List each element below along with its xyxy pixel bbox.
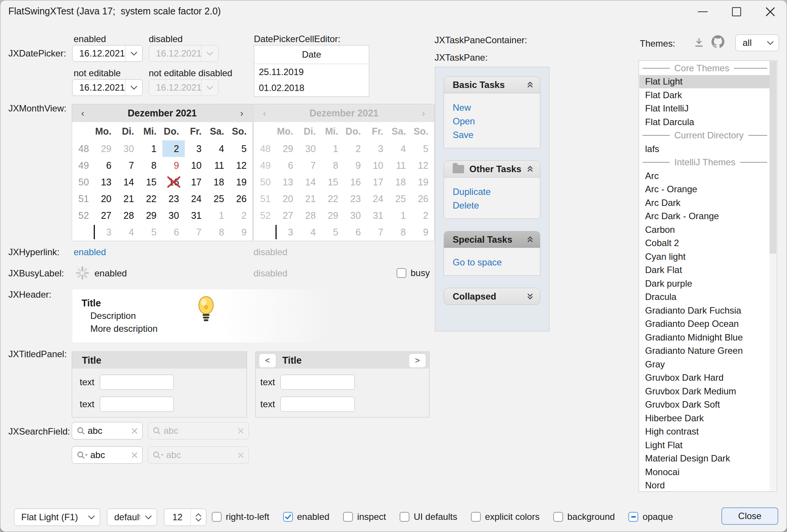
checkbox[interactable] [283, 512, 293, 522]
checkbox[interactable] [343, 512, 353, 522]
theme-list-item[interactable]: Dracula [639, 290, 770, 304]
calendar-day[interactable]: 18 [207, 174, 230, 190]
theme-list-item[interactable]: Arc Dark - Orange [639, 210, 770, 223]
calendar-day[interactable]: 3 [185, 140, 207, 157]
checkbox[interactable] [400, 512, 409, 522]
theme-list-item[interactable]: Hiberbee Dark [639, 411, 770, 425]
theme-list-item[interactable]: Gradianto Midnight Blue [639, 331, 770, 344]
checkbox-item-opaque[interactable]: opaque [628, 512, 673, 522]
calendar-day[interactable]: 17 [185, 174, 207, 190]
laf-combo[interactable]: Flat Light (F1) [14, 508, 100, 526]
search-input[interactable] [88, 450, 131, 460]
collapse-chevron-up-icon[interactable] [526, 165, 535, 174]
theme-list-item[interactable]: Carbon [639, 223, 770, 237]
chevron-down-icon[interactable] [125, 80, 142, 96]
prev-month-icon[interactable]: ‹ [72, 108, 93, 119]
github-icon[interactable] [711, 35, 724, 48]
theme-list-item[interactable]: Dark Flat [639, 264, 770, 277]
calendar-day[interactable]: 4 [207, 140, 230, 157]
theme-list-item[interactable]: High contrast [639, 425, 770, 439]
taskpane-header[interactable]: Basic Tasks [444, 76, 540, 93]
calendar-day[interactable]: 29 [140, 207, 162, 224]
maximize-button[interactable] [725, 3, 748, 21]
calendar-day[interactable]: 7 [185, 224, 207, 240]
theme-list-item[interactable]: Flat Dark [639, 88, 770, 102]
taskpane-action-link[interactable]: Save [453, 128, 540, 142]
calendar-day[interactable]: 24 [185, 190, 207, 207]
calendar-day[interactable]: 5 [230, 140, 252, 157]
theme-list-item[interactable]: Flat Darcula [639, 115, 770, 129]
checkbox-item-enabled[interactable]: enabled [283, 512, 329, 522]
spinner-buttons[interactable] [190, 509, 206, 526]
calendar-day[interactable]: 6 [94, 157, 117, 174]
theme-list-item[interactable]: lafs [639, 142, 770, 156]
text-input[interactable] [280, 397, 355, 412]
theme-list-item[interactable]: Gray [639, 358, 770, 371]
theme-list-item[interactable]: Material Design Dark [639, 452, 770, 466]
calendar-day[interactable]: 14 [117, 174, 140, 190]
collapse-chevron-down-icon[interactable] [526, 292, 535, 301]
calendar-day[interactable]: 15 [140, 174, 162, 190]
calendar-day[interactable]: 31 [185, 207, 207, 224]
monthview-enabled[interactable]: ‹ Dezember 2021 › Mo.Di.Mi.Do.Fr.Sa.So.4… [72, 104, 253, 241]
calendar-day[interactable]: 7 [117, 157, 140, 174]
theme-list-item[interactable]: Cobalt 2 [639, 237, 770, 250]
titled-panel-prev-button[interactable]: < [259, 353, 276, 368]
datepicker-enabled[interactable]: 16.12.2021 [72, 45, 143, 62]
calendar-day[interactable]: 8 [140, 157, 162, 174]
theme-list-item[interactable]: Cyan light [639, 250, 770, 264]
checkbox[interactable] [471, 512, 481, 522]
taskpane-action-link[interactable]: Open [453, 115, 540, 128]
calendar-day[interactable]: 25 [207, 190, 230, 207]
busy-checkbox-item[interactable]: busy [397, 268, 430, 278]
search-field-enabled[interactable] [72, 422, 143, 439]
table-row[interactable]: 25.11.2019 [254, 64, 369, 80]
theme-list-item[interactable]: Gruvbox Dark Hard [639, 371, 770, 385]
search-input[interactable] [85, 425, 131, 436]
taskpane-action-link[interactable]: Go to space [453, 256, 540, 269]
theme-list-item[interactable]: Gradianto Dark Fuchsia [639, 304, 770, 317]
calendar-day[interactable]: 10 [185, 157, 207, 174]
theme-list-item[interactable]: Nord [639, 479, 770, 493]
spinner-up-icon[interactable] [195, 513, 201, 517]
taskpane-action-link[interactable]: Duplicate [453, 185, 540, 199]
calendar-day[interactable]: 4 [117, 224, 140, 240]
text-input[interactable] [280, 375, 355, 390]
checkbox[interactable] [553, 512, 563, 522]
close-button[interactable]: Close [721, 507, 778, 525]
checkbox[interactable] [212, 512, 222, 522]
calendar-day[interactable]: 11 [207, 157, 230, 174]
calendar-day[interactable]: 21 [117, 190, 140, 207]
font-size-spinner[interactable]: 12 [164, 508, 206, 526]
calendar-day[interactable]: 9 [162, 157, 185, 174]
chevron-down-icon[interactable] [125, 46, 142, 61]
clear-icon[interactable] [131, 452, 138, 458]
theme-list-item[interactable]: Arc - Orange [639, 183, 770, 196]
taskpane-header[interactable]: Special Tasks [444, 231, 540, 248]
taskpane-header[interactable]: Collapsed [444, 288, 540, 305]
next-month-icon[interactable]: › [231, 108, 252, 119]
checkbox-item-explicit-colors[interactable]: explicit colors [471, 512, 540, 522]
calendar-day[interactable]: 23 [162, 190, 185, 207]
theme-list-item[interactable]: Light Flat [639, 438, 770, 452]
checkbox-item-inspect[interactable]: inspect [343, 512, 386, 522]
minimize-button[interactable] [691, 3, 715, 21]
calendar-day[interactable]: 13 [94, 174, 117, 190]
date-column-header[interactable]: Date [254, 46, 369, 64]
theme-list-item[interactable]: Arc [639, 169, 770, 183]
search-field-with-menu[interactable] [72, 446, 143, 464]
busy-checkbox[interactable] [397, 268, 406, 278]
calendar-day[interactable]: 12 [230, 157, 252, 174]
titled-panel-next-button[interactable]: > [409, 353, 426, 368]
table-row[interactable]: 01.02.2018 [254, 80, 369, 96]
calendar-day[interactable]: 16 [162, 174, 185, 190]
calendar-day[interactable]: 28 [117, 207, 140, 224]
theme-list-item[interactable]: Gradianto Nature Green [639, 344, 770, 358]
datepicker-not-editable[interactable]: 16.12.2021 [72, 79, 143, 96]
theme-list-item[interactable]: Dark purple [639, 277, 770, 290]
taskpane-header[interactable]: Other Tasks [444, 160, 540, 177]
search-menu-icon[interactable] [77, 451, 88, 460]
themes-scrollbar[interactable] [770, 61, 776, 491]
checkbox-item-background[interactable]: background [553, 512, 615, 522]
calendar-day[interactable]: 5 [140, 224, 162, 240]
